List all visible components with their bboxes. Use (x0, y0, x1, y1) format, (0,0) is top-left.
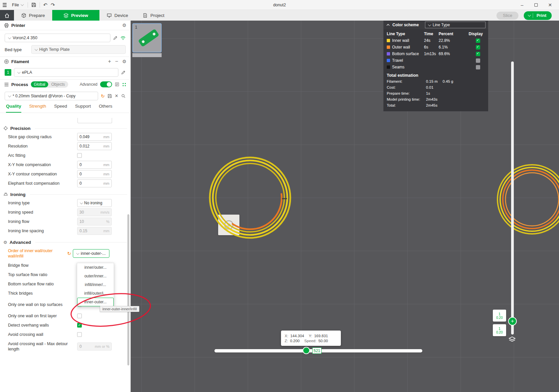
max-detour-length-input[interactable]: 0mm or % (77, 343, 112, 350)
ironing-icon (3, 192, 8, 197)
scope-objects-pill[interactable]: Objects (48, 81, 68, 87)
save-preset-icon[interactable] (107, 94, 112, 98)
layers-stack-icon[interactable] (508, 336, 516, 343)
add-filament-icon[interactable]: + (108, 59, 111, 64)
wall-order-option-selected[interactable]: inner-outer... (77, 298, 114, 306)
home-button[interactable] (0, 10, 14, 21)
filament-slot-badge[interactable]: 1 (5, 69, 11, 76)
filament-name: ePLA (22, 70, 32, 75)
scope-global-pill[interactable]: Global (31, 81, 49, 87)
display-inner-wall-checkbox[interactable] (476, 39, 480, 43)
process-preset-select[interactable]: * 0.20mm Standard @Voron - Copy (5, 92, 98, 100)
chevron-down-icon (17, 70, 21, 74)
arc-fitting-checkbox[interactable] (77, 153, 82, 158)
settings-scrollbar[interactable] (127, 214, 129, 365)
xy-contour-compensation-input[interactable]: 0mm (77, 170, 112, 178)
col-time: Time (424, 32, 439, 36)
wall-order-option[interactable]: infill/outer/i... (77, 289, 114, 298)
print-button[interactable]: Print (524, 11, 552, 20)
layer-range-badge-top[interactable]: 1 0.20 (493, 310, 506, 322)
ironing-speed-input[interactable]: 30mm/s (77, 208, 112, 216)
plate-thumbnail[interactable]: 1 (132, 23, 162, 52)
tab-preview[interactable]: Preview (52, 10, 99, 21)
advanced-mode-toggle[interactable] (100, 81, 112, 87)
setting-label: X-Y contour compensation (8, 171, 77, 177)
preset-list-icon[interactable] (115, 82, 119, 87)
only-one-wall-first-layer-checkbox[interactable] (77, 314, 82, 318)
tab-strength[interactable]: Strength (29, 104, 46, 113)
wall-order-select[interactable]: inner-outer-... (73, 249, 109, 258)
remove-filament-icon[interactable]: − (115, 59, 118, 64)
tab-speed[interactable]: Speed (54, 104, 67, 113)
window-maximize-button[interactable] (529, 0, 543, 10)
window-close-button[interactable]: ✕ (543, 0, 557, 10)
resolution-input[interactable]: 0.012mm (77, 142, 112, 150)
layer-range-badge-bottom[interactable]: 1 0.20 (493, 324, 506, 336)
setting-label: Thick bridges (8, 291, 77, 296)
process-section-header[interactable]: Process Global Objects Advanced (0, 79, 130, 89)
speed-value: 50.00 (318, 339, 328, 343)
reset-wall-order-icon[interactable]: ↻ (67, 251, 71, 256)
wifi-icon[interactable] (120, 36, 126, 40)
avoid-crossing-wall-checkbox[interactable] (77, 332, 82, 337)
tab-others[interactable]: Others (99, 104, 112, 113)
setting-label: Avoid crossing wall (8, 332, 77, 337)
bed-type-select[interactable]: High Temp Plate (31, 45, 126, 54)
advanced-section-header[interactable]: ⚙ Advanced (0, 238, 130, 246)
edit-filament-icon[interactable] (121, 70, 126, 75)
wall-order-option[interactable]: outer/inner... (77, 272, 114, 280)
setting-label: Only one wall on first layer (8, 313, 77, 319)
slice-button[interactable]: Slice (496, 12, 518, 20)
quality-settings-scroll[interactable]: Precision Slice gap closing radius 0.049… (0, 113, 130, 377)
display-bottom-surface-checkbox[interactable] (476, 52, 480, 56)
display-travel-checkbox[interactable] (476, 58, 480, 63)
print-dropdown-chevron-icon[interactable] (524, 14, 533, 17)
ironing-title: Ironing (10, 192, 26, 197)
filament-settings-gear-icon[interactable]: ⚙ (122, 59, 126, 64)
collapse-panel-icon[interactable] (386, 23, 390, 27)
search-icon[interactable] (121, 94, 126, 98)
window-minimize-button[interactable]: – (515, 0, 529, 10)
tab-quality[interactable]: Quality (6, 104, 21, 113)
move-slider-handle[interactable] (303, 347, 310, 354)
edit-printer-icon[interactable] (113, 36, 118, 40)
elephant-foot-compensation-input[interactable]: 0mm (77, 179, 112, 187)
add-layer-range-button[interactable]: + (508, 317, 517, 326)
settings-grid-icon[interactable] (122, 82, 126, 87)
preview-viewport[interactable]: 1 Color scheme Line Type Line T (131, 21, 559, 392)
printer-settings-gear-icon[interactable]: ⚙ (122, 23, 126, 28)
ironing-type-select[interactable]: No ironing (77, 199, 112, 207)
hamburger-menu-icon[interactable] (2, 2, 7, 8)
file-menu[interactable]: File (11, 2, 24, 8)
save-icon[interactable] (31, 2, 36, 7)
clipped-setting-input[interactable] (77, 118, 112, 123)
setting-label: Slice gap closing radius (8, 134, 77, 140)
tab-project[interactable]: Project (135, 10, 172, 21)
ironing-flow-input[interactable]: 10% (77, 218, 112, 226)
wall-order-option[interactable]: inner/outer... (77, 263, 114, 272)
printer-select[interactable]: Voron2.4 350 (5, 34, 110, 42)
detect-overhang-walls-checkbox[interactable] (77, 323, 82, 328)
printer-section-header[interactable]: Printer ⚙ (0, 21, 130, 30)
bottom-surface-color-swatch (387, 52, 390, 55)
x-value: 144.304 (290, 334, 304, 338)
xy-hole-compensation-input[interactable]: 0mm (77, 161, 112, 169)
tab-prepare[interactable]: Prepare (14, 10, 52, 21)
ironing-line-spacing-input[interactable]: 0.15mm (77, 227, 112, 235)
display-seams-checkbox[interactable] (476, 65, 480, 69)
setting-value: 0 (79, 344, 82, 349)
printer-body: Voron2.4 350 Bed type High Temp Plate (0, 30, 130, 56)
filament-select[interactable]: ePLA (14, 68, 118, 77)
layer-slider[interactable] (511, 61, 514, 335)
tab-device-label: Device (114, 13, 128, 18)
view-mode-select[interactable]: Line Type (425, 22, 486, 28)
tab-device[interactable]: Device (99, 10, 135, 21)
ironing-section-header[interactable]: Ironing (0, 190, 130, 198)
precision-section-header[interactable]: Precision (0, 124, 130, 132)
slice-gap-closing-radius-input[interactable]: 0.049mm (77, 133, 112, 141)
wall-order-option[interactable]: infill/inner/... (77, 280, 114, 289)
tab-support[interactable]: Support (75, 104, 91, 113)
display-outer-wall-checkbox[interactable] (476, 45, 480, 49)
filament-section-header[interactable]: Filament + − ⚙ (0, 56, 130, 66)
legend-name: Inner wall (392, 38, 409, 43)
